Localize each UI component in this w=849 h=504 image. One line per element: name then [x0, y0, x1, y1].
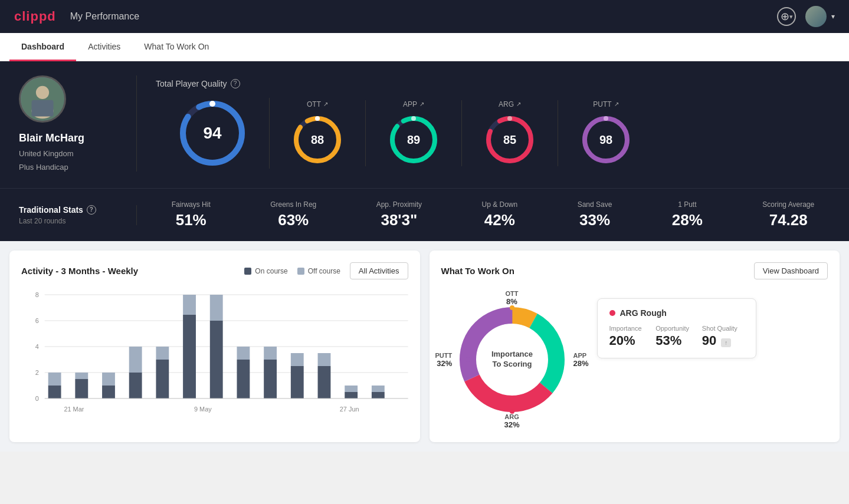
tab-what-to-work-on[interactable]: What To Work On — [132, 33, 221, 61]
svg-rect-29 — [48, 386, 61, 398]
chart-panel-header: Activity - 3 Months - Weekly On course O… — [21, 262, 408, 279]
user-chevron-icon: ▾ — [831, 12, 835, 21]
app-header: clippd My Performance ⊕ ▾ ▾ — [0, 0, 849, 33]
svg-rect-45 — [264, 360, 277, 398]
svg-point-64 — [510, 305, 514, 310]
svg-text:21 Mar: 21 Mar — [64, 406, 84, 413]
all-activities-button[interactable]: All Activities — [350, 262, 408, 279]
svg-point-1 — [36, 86, 49, 99]
donut-center-line2: To Scoring — [492, 360, 532, 368]
svg-rect-32 — [75, 373, 88, 379]
card-title: ARG Rough — [609, 308, 744, 318]
svg-rect-47 — [291, 366, 304, 398]
fairways-hit-value: 51% — [176, 211, 206, 229]
donut-chart-area: Importance To Scoring OTT 8% APP 28% — [441, 289, 583, 430]
shot-quality-value: 90 — [702, 333, 716, 348]
trad-info-icon[interactable]: ? — [87, 205, 96, 215]
arg-segment-name: ARG — [504, 413, 519, 420]
ott-value: 88 — [311, 133, 324, 146]
on-course-legend-dot — [244, 268, 251, 275]
importance-label: Importance — [609, 325, 651, 332]
activity-chart-panel: Activity - 3 Months - Weekly On course O… — [9, 251, 420, 442]
quality-metrics: 94 OTT ↗ 88 — [156, 98, 830, 169]
on-course-legend: On course — [244, 267, 287, 275]
fairways-hit-label: Fairways Hit — [172, 200, 211, 209]
user-menu[interactable]: ▾ — [805, 6, 835, 27]
one-putt-value: 28% — [672, 211, 703, 229]
svg-rect-52 — [345, 386, 358, 392]
wtwo-panel-header: What To Work On View Dashboard — [441, 262, 828, 279]
svg-rect-35 — [129, 373, 142, 398]
ott-gauge: 88 — [291, 113, 344, 166]
add-button[interactable]: ⊕ ▾ — [777, 7, 796, 26]
chart-legend: On course Off course — [244, 267, 340, 275]
putt-donut-label: PUTT 32% — [435, 352, 453, 368]
svg-rect-41 — [210, 321, 223, 398]
off-course-legend: Off course — [297, 267, 340, 275]
putt-segment-pct: 32% — [435, 359, 453, 368]
svg-rect-38 — [156, 347, 169, 360]
what-to-work-on-panel: What To Work On View Dashboard — [430, 251, 840, 442]
putt-gauge: 98 — [579, 113, 632, 166]
fairways-hit-metric: Fairways Hit 51% — [172, 200, 211, 229]
tab-activities[interactable]: Activities — [76, 33, 132, 61]
putt-segment-name: PUTT — [435, 352, 453, 359]
opportunity-label: Opportunity — [655, 325, 697, 332]
sand-save-metric: Sand Save 33% — [578, 200, 612, 229]
svg-point-67 — [466, 357, 470, 362]
ott-segment-name: OTT — [506, 290, 519, 297]
greens-in-reg-metric: Greens In Reg 63% — [270, 200, 316, 229]
shot-quality-metric: Shot Quality 90 ↑ — [702, 325, 744, 348]
header-title: My Performance — [70, 11, 139, 22]
app-arrow-icon: ↗ — [419, 101, 424, 107]
arg-rough-card: ARG Rough Importance 20% Opportunity 53%… — [597, 298, 756, 358]
svg-rect-43 — [237, 360, 250, 398]
greens-in-reg-value: 63% — [278, 211, 309, 229]
svg-text:4: 4 — [35, 343, 39, 350]
opportunity-value: 53% — [655, 333, 697, 348]
chart-panel-title: Activity - 3 Months - Weekly — [21, 266, 138, 276]
total-quality-metric: 94 — [156, 98, 270, 169]
svg-text:8: 8 — [35, 291, 39, 298]
up-and-down-value: 42% — [484, 211, 515, 229]
wtwo-content: Importance To Scoring OTT 8% APP 28% — [441, 289, 828, 430]
activity-bar-chart: 8 6 4 2 0 — [21, 289, 408, 419]
trad-metrics-list: Fairways Hit 51% Greens In Reg 63% App. … — [156, 200, 830, 229]
tab-dashboard[interactable]: Dashboard — [9, 33, 76, 61]
app-proximity-metric: App. Proximity 38'3" — [376, 200, 422, 229]
add-chevron: ▾ — [789, 13, 793, 21]
svg-point-65 — [554, 357, 559, 362]
on-course-legend-label: On course — [255, 267, 287, 275]
app-label: APP ↗ — [403, 100, 424, 108]
greens-in-reg-label: Greens In Reg — [270, 200, 316, 209]
sand-save-label: Sand Save — [578, 200, 612, 209]
svg-point-12 — [411, 116, 416, 121]
one-putt-label: 1 Putt — [678, 200, 696, 209]
svg-rect-51 — [345, 392, 358, 398]
svg-rect-34 — [102, 373, 115, 386]
chart-controls: On course Off course All Activities — [244, 262, 408, 279]
app-segment-pct: 28% — [573, 359, 588, 368]
svg-rect-37 — [156, 360, 169, 398]
quality-header: Total Player Quality ? — [156, 79, 830, 88]
svg-rect-30 — [48, 373, 61, 386]
opportunity-metric: Opportunity 53% — [655, 325, 697, 348]
svg-text:0: 0 — [35, 395, 39, 402]
plus-icon: ⊕ — [781, 10, 789, 23]
app-donut-label: APP 28% — [573, 352, 588, 368]
svg-rect-48 — [291, 353, 304, 366]
quality-info-icon[interactable]: ? — [231, 79, 240, 88]
svg-rect-54 — [372, 386, 385, 392]
svg-rect-39 — [183, 315, 196, 398]
one-putt-metric: 1 Putt 28% — [672, 200, 703, 229]
shot-quality-badge: ↑ — [721, 338, 731, 347]
app-logo: clippd — [14, 9, 56, 24]
svg-rect-36 — [129, 347, 142, 373]
trad-stats-title: Traditional Stats ? — [19, 205, 117, 215]
svg-text:9 May: 9 May — [194, 406, 212, 413]
trad-stats-label: Traditional Stats ? Last 20 rounds — [19, 205, 137, 225]
ott-metric: OTT ↗ 88 — [270, 100, 366, 166]
putt-value: 98 — [599, 133, 612, 146]
view-dashboard-button[interactable]: View Dashboard — [754, 262, 828, 279]
svg-rect-3 — [32, 100, 54, 117]
